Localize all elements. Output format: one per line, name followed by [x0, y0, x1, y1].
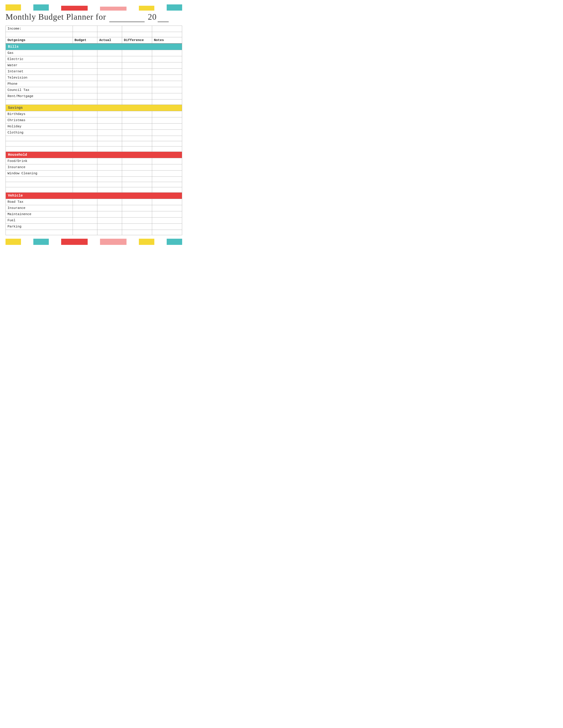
empty-row: [6, 182, 182, 187]
list-item: Clothing: [6, 129, 182, 136]
title-year-underline: [158, 12, 169, 22]
income-notes: [152, 26, 182, 32]
income-label: Income:: [6, 26, 73, 32]
category-savings-label: Savings: [6, 105, 182, 111]
list-item: Rent/Mortgage: [6, 93, 182, 99]
list-item: Internet: [6, 68, 182, 75]
list-item: Fuel: [6, 217, 182, 223]
col-header-difference: Difference: [122, 37, 152, 43]
top-block-teal-2: [167, 4, 182, 11]
list-item: Water: [6, 62, 182, 68]
title-date-underline: [109, 12, 145, 22]
list-item: Electric: [6, 56, 182, 62]
category-bills-label: Bills: [6, 43, 182, 50]
empty-row: [6, 141, 182, 146]
category-savings: Savings: [6, 105, 182, 111]
page: Monthly Budget Planner for 20 Income: Ou…: [0, 0, 188, 249]
top-block-yellow-1: [6, 4, 21, 11]
title-year-prefix: 20: [148, 12, 157, 21]
empty-row-after-income: [6, 32, 182, 37]
top-block-pink-1: [100, 7, 126, 11]
list-item: Window Cleaning: [6, 170, 182, 176]
empty-row: [6, 187, 182, 192]
list-item: Christmas: [6, 117, 182, 123]
list-item: Television: [6, 75, 182, 81]
top-block-yellow-2: [139, 6, 154, 11]
bottom-block-teal-2: [167, 239, 182, 245]
empty-row: [6, 176, 182, 182]
income-diff: [122, 26, 152, 32]
list-item: Phone: [6, 81, 182, 87]
list-item: Maintainence: [6, 211, 182, 217]
top-decorative-blocks: [6, 4, 182, 11]
category-vehicle: Vehicle: [6, 192, 182, 199]
list-item: Insurance: [6, 164, 182, 170]
bottom-block-pink-1: [100, 239, 126, 245]
list-item: Insurance: [6, 205, 182, 211]
col-header-actual: Actual: [97, 37, 122, 43]
list-item: Birthdays: [6, 111, 182, 117]
category-vehicle-label: Vehicle: [6, 192, 182, 199]
income-row: Income:: [6, 26, 182, 32]
category-household-label: Household: [6, 152, 182, 158]
page-title: Monthly Budget Planner for 20: [6, 12, 182, 23]
col-header-notes: Notes: [152, 37, 182, 43]
income-actual: [97, 26, 122, 32]
empty-row: [6, 99, 182, 105]
col-header-outgoings: Outgoings: [6, 37, 73, 43]
empty-row: [6, 136, 182, 141]
bottom-block-teal-1: [33, 239, 49, 245]
list-item: Road Tax: [6, 199, 182, 205]
list-item: Parking: [6, 223, 182, 230]
top-block-red-1: [61, 6, 88, 11]
title-prefix: Monthly Budget Planner for: [6, 12, 106, 21]
column-headers-row: Outgoings Budget Actual Difference Notes: [6, 37, 182, 43]
bottom-block-yellow-2: [139, 239, 154, 245]
budget-table: Income: Outgoings Budget Actual Differen…: [6, 26, 182, 235]
empty-row: [6, 146, 182, 152]
bottom-decorative-blocks: [6, 239, 182, 245]
bottom-block-red-1: [61, 239, 88, 245]
list-item: Holiday: [6, 123, 182, 129]
list-item: Food/Drink: [6, 158, 182, 164]
income-budget: [73, 26, 97, 32]
list-item: Council Tax: [6, 87, 182, 93]
col-header-budget: Budget: [73, 37, 97, 43]
category-bills: Bills: [6, 43, 182, 50]
list-item: Gas: [6, 50, 182, 56]
bottom-block-yellow-1: [6, 239, 21, 245]
top-block-teal-1: [33, 4, 49, 11]
category-household: Household: [6, 152, 182, 158]
empty-row: [6, 230, 182, 235]
